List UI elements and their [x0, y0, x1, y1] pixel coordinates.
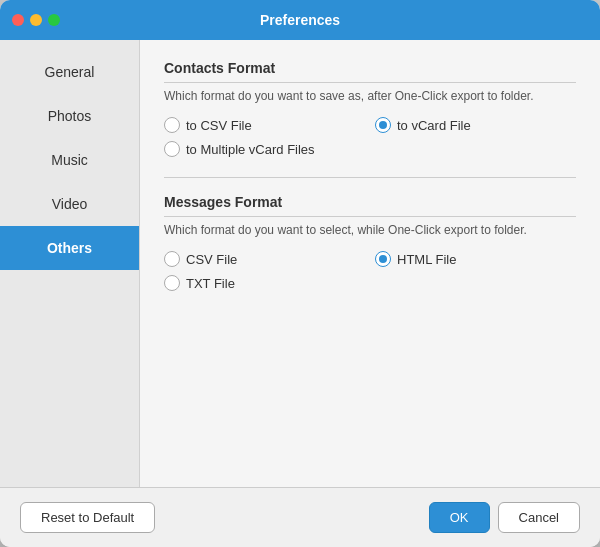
- content-area: Contacts Format Which format do you want…: [140, 40, 600, 487]
- cancel-button[interactable]: Cancel: [498, 502, 580, 533]
- minimize-button[interactable]: [30, 14, 42, 26]
- contacts-vcard-option[interactable]: to vCard File: [375, 117, 576, 133]
- messages-format-section: Messages Format Which format do you want…: [164, 194, 576, 291]
- sidebar-item-photos[interactable]: Photos: [0, 94, 139, 138]
- titlebar: Preferences: [0, 0, 600, 40]
- sidebar-item-others[interactable]: Others: [0, 226, 139, 270]
- reset-to-default-button[interactable]: Reset to Default: [20, 502, 155, 533]
- messages-section-title: Messages Format: [164, 194, 576, 217]
- contacts-vcard-radio-inner: [379, 121, 387, 129]
- contacts-vcard-radio[interactable]: [375, 117, 391, 133]
- contacts-multivcard-radio[interactable]: [164, 141, 180, 157]
- messages-radio-group: CSV File HTML File TXT File: [164, 251, 576, 291]
- preferences-window: Preferences General Photos Music Video O…: [0, 0, 600, 547]
- messages-section-desc: Which format do you want to select, whil…: [164, 223, 576, 237]
- sidebar-item-video[interactable]: Video: [0, 182, 139, 226]
- sidebar-item-general[interactable]: General: [0, 50, 139, 94]
- sidebar: General Photos Music Video Others: [0, 40, 140, 487]
- footer: Reset to Default OK Cancel: [0, 487, 600, 547]
- maximize-button[interactable]: [48, 14, 60, 26]
- messages-csv-option[interactable]: CSV File: [164, 251, 365, 267]
- window-title: Preferences: [260, 12, 340, 28]
- section-divider: [164, 177, 576, 178]
- contacts-csv-radio[interactable]: [164, 117, 180, 133]
- traffic-lights: [12, 14, 60, 26]
- messages-html-radio-inner: [379, 255, 387, 263]
- contacts-format-section: Contacts Format Which format do you want…: [164, 60, 576, 157]
- messages-csv-radio[interactable]: [164, 251, 180, 267]
- contacts-csv-option[interactable]: to CSV File: [164, 117, 365, 133]
- sidebar-item-music[interactable]: Music: [0, 138, 139, 182]
- messages-html-radio[interactable]: [375, 251, 391, 267]
- ok-button[interactable]: OK: [429, 502, 490, 533]
- messages-txt-radio[interactable]: [164, 275, 180, 291]
- messages-html-option[interactable]: HTML File: [375, 251, 576, 267]
- contacts-section-title: Contacts Format: [164, 60, 576, 83]
- footer-right-buttons: OK Cancel: [429, 502, 580, 533]
- contacts-radio-group: to CSV File to vCard File to Multiple vC…: [164, 117, 576, 157]
- messages-txt-option[interactable]: TXT File: [164, 275, 365, 291]
- contacts-section-desc: Which format do you want to save as, aft…: [164, 89, 576, 103]
- main-content: General Photos Music Video Others Contac…: [0, 40, 600, 487]
- contacts-multivcard-option[interactable]: to Multiple vCard Files: [164, 141, 365, 157]
- close-button[interactable]: [12, 14, 24, 26]
